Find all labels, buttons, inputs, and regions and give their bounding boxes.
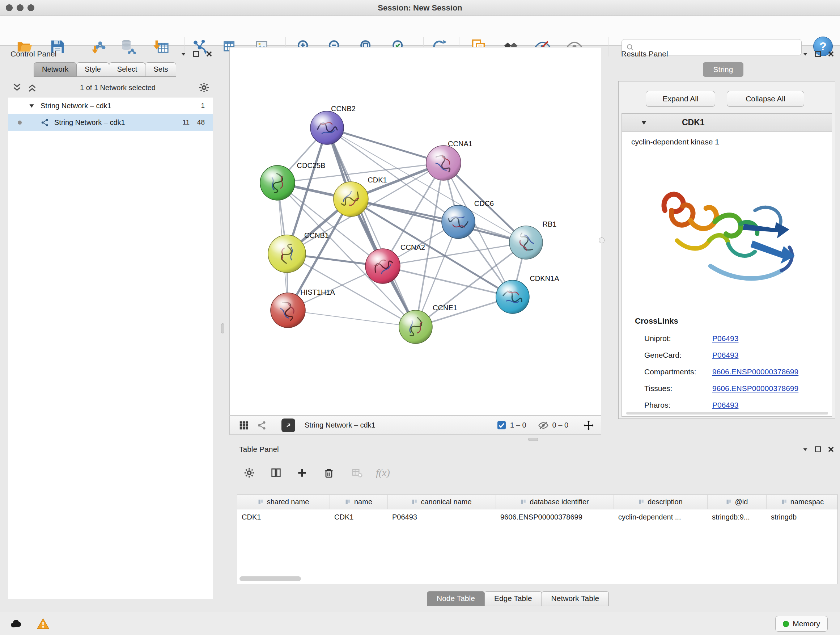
tab-edge-table[interactable]: Edge Table (485, 591, 542, 606)
network-node-RB1[interactable] (509, 226, 543, 259)
detach-view-button[interactable] (281, 418, 295, 432)
crosslink-compartments-link[interactable]: 9606.ENSP00000378699 (712, 367, 798, 376)
grid-view-icon[interactable] (238, 420, 249, 431)
network-node-CDKN1A[interactable] (496, 280, 529, 314)
crosslink-genecard-link[interactable]: P06493 (712, 351, 738, 359)
open-in-window-icon (284, 421, 293, 430)
panel-close-button[interactable] (827, 50, 835, 57)
table-cell[interactable]: cyclin-dependent ... (614, 513, 707, 521)
table-cell[interactable]: stringdb:9... (707, 513, 767, 521)
column-header-canonical-name[interactable]: canonical name (388, 495, 496, 509)
crosslink-uniprot-link[interactable]: P06493 (712, 334, 738, 343)
column-header-namespac[interactable]: namespac (767, 495, 838, 509)
node-count: 11 (182, 119, 189, 126)
pan-crosshair-icon[interactable] (583, 420, 594, 431)
panel-maximize-button[interactable] (193, 51, 199, 57)
table-cell[interactable]: CDK1 (237, 513, 330, 521)
memory-button[interactable]: Memory (775, 616, 828, 632)
network-node-CCNB2[interactable] (310, 111, 344, 144)
tab-string[interactable]: String (703, 62, 744, 77)
network-node-CDC25B[interactable] (260, 165, 295, 200)
graphics-details-icon[interactable] (256, 420, 267, 431)
edge-count: 48 (197, 119, 205, 126)
network-node-CCNE1[interactable] (399, 310, 432, 344)
tab-sets[interactable]: Sets (145, 62, 176, 77)
crosslink-tissues-link[interactable]: 9606.ENSP00000378699 (712, 384, 798, 393)
panel-menu-chevron-icon[interactable] (180, 51, 187, 57)
delete-table-button[interactable] (347, 463, 366, 482)
cloud-icon (10, 617, 23, 630)
panel-menu-chevron-icon[interactable] (802, 446, 808, 453)
network-edge[interactable] (351, 199, 526, 242)
network-view-canvas[interactable]: CCNB2CCNA1CDC25BCDK1CDC6RB1CCNB1CCNA2CDK… (229, 47, 601, 416)
gene-expander-icon[interactable] (641, 119, 647, 126)
expand-all-button[interactable]: Expand All (646, 91, 715, 107)
delete-column-button[interactable] (319, 463, 338, 482)
tab-node-table[interactable]: Node Table (427, 591, 485, 606)
panel-close-button[interactable] (205, 50, 213, 57)
collapse-all-button[interactable]: Collapse All (727, 91, 804, 107)
column-header-database-identifier[interactable]: database identifier (496, 495, 614, 509)
gene-card-header[interactable]: CDK1 (622, 114, 832, 132)
column-header-name[interactable]: name (330, 495, 388, 509)
network-canvas-svg: CCNB2CCNA1CDC25BCDK1CDC6RB1CCNB1CCNA2CDK… (230, 48, 601, 415)
results-panel-header: Results Panel (616, 47, 839, 61)
node-label-CDKN1A: CDKN1A (530, 274, 559, 282)
hidden-eye-icon[interactable] (538, 420, 549, 431)
show-columns-button[interactable] (267, 463, 286, 482)
table-row[interactable]: CDK1CDK1P064939606.ENSP00000378699cyclin… (237, 509, 837, 524)
crosslink-row: Uniprot:P06493 (622, 330, 832, 347)
table-cell[interactable]: CDK1 (330, 513, 388, 521)
network-node-CDC6[interactable] (442, 205, 475, 239)
panel-menu-chevron-icon[interactable] (802, 51, 808, 57)
network-edge[interactable] (288, 310, 416, 327)
crosslink-pharos-link[interactable]: P06493 (712, 401, 738, 409)
crosslink-row: Tissues:9606.ENSP00000378699 (622, 380, 832, 397)
crosslink-label: Pharos: (644, 401, 712, 409)
panel-splitter-handle[interactable] (221, 323, 224, 333)
column-header-shared-name[interactable]: shared name (237, 495, 330, 509)
memory-label: Memory (793, 619, 820, 628)
network-row[interactable]: String Network – cdk1 11 48 (8, 114, 213, 131)
table-horizontal-scrollbar[interactable] (240, 576, 301, 581)
results-panel-title: Results Panel (616, 50, 668, 58)
tab-select[interactable]: Select (109, 62, 146, 77)
selected-checkbox-icon[interactable] (497, 420, 507, 430)
panel-maximize-button[interactable] (815, 447, 821, 452)
string-results-panel: Expand All Collapse All CDK1 cyclin-depe… (618, 81, 835, 419)
panel-close-button[interactable] (827, 446, 835, 453)
network-collection-row[interactable]: String Network – cdk1 1 (8, 97, 213, 114)
expand-all-networks-icon[interactable] (27, 82, 37, 93)
table-cell[interactable]: P06493 (388, 513, 496, 521)
panel-maximize-button[interactable] (815, 51, 821, 57)
column-header--id[interactable]: @id (707, 495, 767, 509)
add-column-button[interactable] (293, 463, 311, 482)
results-scrollbar[interactable] (626, 412, 828, 415)
table-cell[interactable]: 9606.ENSP00000378699 (496, 513, 614, 521)
network-node-CDK1[interactable] (333, 182, 368, 217)
tree-expander-icon[interactable] (28, 103, 35, 109)
network-node-HIST1H1A[interactable] (271, 293, 305, 328)
table-cell[interactable]: stringdb (767, 513, 838, 521)
warnings-button[interactable] (35, 616, 51, 632)
network-edge[interactable] (327, 128, 444, 163)
tab-style[interactable]: Style (76, 62, 109, 77)
horizontal-splitter-handle[interactable] (528, 438, 538, 441)
tab-network[interactable]: Network (34, 62, 77, 77)
collapse-all-networks-icon[interactable] (12, 82, 22, 93)
column-header-description[interactable]: description (614, 495, 707, 509)
canvas-resize-handle[interactable] (599, 238, 605, 243)
node-label-CCNE1: CCNE1 (433, 304, 457, 312)
tab-network-table[interactable]: Network Table (542, 591, 609, 606)
node-label-CDC25B: CDC25B (297, 162, 325, 169)
network-edge[interactable] (327, 128, 416, 327)
function-builder-button[interactable]: f(x) (376, 467, 390, 478)
crosslink-row: GeneCard:P06493 (622, 347, 832, 363)
table-settings-button[interactable] (240, 463, 259, 482)
network-node-CCNB1[interactable] (268, 235, 306, 272)
network-node-CCNA2[interactable] (365, 249, 400, 283)
cloud-button[interactable] (8, 616, 25, 632)
network-options-gear-icon[interactable] (198, 82, 210, 93)
crosslinks-heading: CrossLinks (635, 317, 678, 326)
network-node-CCNA1[interactable] (426, 146, 461, 180)
